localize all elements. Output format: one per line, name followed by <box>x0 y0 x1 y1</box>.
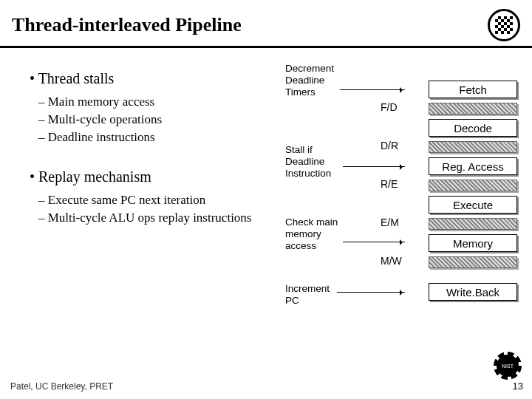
stage-decode: Decode <box>429 119 517 137</box>
sub-item: Deadline instructions <box>52 130 273 145</box>
buffer-re <box>429 180 517 191</box>
chess-logo-icon <box>488 9 520 41</box>
stage-fetch: Fetch <box>429 81 517 98</box>
label-re: R/E <box>381 178 398 190</box>
label-fd: F/D <box>381 101 398 113</box>
arrow-icon <box>340 89 405 90</box>
buffer-dr <box>429 141 517 153</box>
sub-item: Execute same PC next iteration <box>52 193 273 208</box>
sub-item: Multi-cycle ALU ops replay instructions <box>52 211 273 225</box>
buffer-mw <box>429 256 517 268</box>
arrow-icon <box>337 292 405 293</box>
buffer-fd <box>429 103 517 115</box>
annot-increment: Increment PC <box>285 283 330 307</box>
annot-stall: Stall if Deadline Instruction <box>285 144 331 180</box>
stage-regaccess: Reg. Access <box>429 157 517 175</box>
buffer-em <box>429 218 517 230</box>
heading-replay-mechanism: Replay mechanism <box>30 168 273 185</box>
label-dr: D/R <box>381 140 398 151</box>
pipeline-diagram: Fetch Decode Reg. Access Execute Memory … <box>281 70 525 228</box>
annot-check: Check main memory access <box>285 216 338 253</box>
content-area: Thread stalls Main memory access Multi-c… <box>0 48 532 228</box>
slide-title: Thread-interleaved Pipeline <box>12 14 242 36</box>
footer-attribution: Patel, UC Berkeley, PRET <box>10 381 113 392</box>
bullet-column: Thread stalls Main memory access Multi-c… <box>30 70 273 228</box>
gear-icon: NIST <box>497 355 519 377</box>
heading-thread-stalls: Thread stalls <box>30 70 273 87</box>
slide-number: 13 <box>513 381 523 392</box>
label-em: E/M <box>381 216 399 228</box>
gear-label: NIST <box>502 364 514 369</box>
stage-execute: Execute <box>429 196 517 214</box>
annot-decrement: Decrement Deadline Timers <box>285 63 334 99</box>
sub-item: Multi-cycle operations <box>52 112 273 127</box>
label-mw: M/W <box>381 255 402 267</box>
stage-memory: Memory <box>429 234 517 252</box>
sub-item: Main memory access <box>52 95 273 109</box>
arrow-icon <box>343 242 405 242</box>
title-bar: Thread-interleaved Pipeline <box>0 0 532 48</box>
stage-writeback: Write.Back <box>429 283 517 301</box>
arrow-icon <box>343 166 405 167</box>
